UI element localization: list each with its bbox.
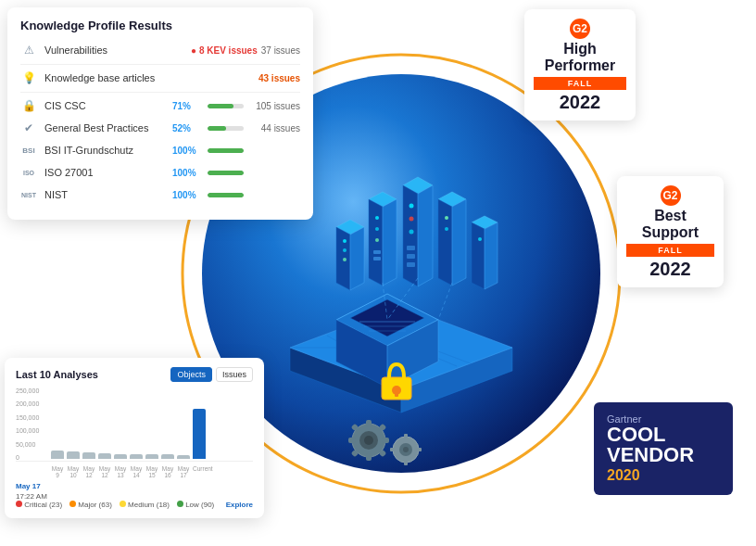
gbp-count: 44 issues [249,123,300,133]
bar-5 [114,454,127,459]
svg-rect-67 [390,448,396,451]
bsi-icon: BSI [20,142,37,159]
iso-bar-fill [208,171,244,175]
svg-rect-56 [348,438,356,443]
x-may14: May 14 [130,465,143,478]
gbp-pct: 52% [172,123,202,133]
svg-line-71 [438,283,452,320]
kpr-row-gbp: ✔ General Best Practices 52% 44 issues [20,120,300,136]
svg-point-40 [478,237,482,241]
bsi-label: BSI IT-Grundschutz [44,145,172,156]
svg-point-19 [375,227,379,231]
nist-bar-bg [208,193,244,197]
svg-rect-55 [366,453,372,461]
svg-point-12 [343,239,346,243]
kpr-row-kb: 💡 Knowledge base articles 43 issues [20,70,300,86]
chart-legend: Critical (23) Major (63) Medium (18) Low… [16,501,253,509]
analysis-time: 17:22 AM [16,492,253,501]
x-may10: May 10 [67,465,80,478]
chart-y-labels: 250,000 200,000 150,000 100,000 50,000 0 [16,387,39,461]
iso-icon: ISO [20,164,37,181]
cis-bar-section: 71% 105 issues [172,101,300,111]
x-may17: May 17 [177,465,190,478]
kpr-row-bsi: BSI BSI IT-Grundschutz 100% [20,142,300,159]
iso-bar-section: 100% [172,168,300,178]
x-may12a: May 12 [82,465,95,478]
gartner-vendor: VENDOR [607,445,720,465]
svg-point-64 [403,447,409,452]
svg-rect-65 [404,434,408,439]
cis-pct: 71% [172,101,202,111]
svg-rect-57 [382,438,389,443]
kpr-title: Knowledge Profile Results [20,19,300,32]
iso-label: ISO 27001 [44,167,172,178]
analysis-date: May 17 [16,482,253,490]
svg-point-20 [375,238,379,242]
chart-area: 250,000 200,000 150,000 100,000 50,000 0 [16,387,253,462]
bar-9 [177,455,190,459]
bar-7 [145,454,158,459]
svg-marker-38 [472,222,485,289]
nist-bar-fill [208,193,244,197]
gartner-cool: COOL [607,425,720,445]
y-label-150k: 150,000 [16,414,39,421]
kpr-row-nist: NIST NIST 100% [20,186,300,203]
g2-best-support-badge: G2 BestSupport FALL 2022 [617,176,724,287]
chart-x-labels: May 9 May 10 May 12 May 12 May 13 May 14… [16,465,253,478]
knowledge-profile-card: Knowledge Profile Results ⚠ Vulnerabilit… [7,7,313,220]
vulnerabilities-label: Vulnerabilities [44,44,191,56]
svg-rect-68 [416,448,422,451]
svg-rect-66 [404,460,408,465]
iso-bar-bg [208,171,244,175]
vulnerabilities-icon: ⚠ [20,42,37,58]
cis-icon: 🔒 [20,97,37,114]
y-label-250k: 250,000 [16,387,39,394]
chart-bars [16,387,253,459]
gartner-badge: Gartner COOL VENDOR 2020 [594,402,733,495]
g2-high-fall: FALL [534,77,626,90]
svg-point-28 [410,229,414,234]
tab-issues[interactable]: Issues [216,367,253,382]
x-current: Current [193,465,206,478]
bsi-bar-fill [208,148,244,153]
kb-issues: 43 issues [258,73,300,83]
svg-point-27 [410,216,414,221]
g2-support-text: BestSupport [626,208,714,240]
legend-critical: Critical (23) [16,501,62,509]
bsi-pct: 100% [172,146,202,156]
svg-marker-24 [403,185,418,286]
nist-icon: NIST [20,186,37,203]
bar-3 [82,452,95,459]
major-dot [69,501,76,507]
svg-marker-16 [369,199,383,286]
svg-point-18 [375,216,379,220]
l10-tab-group: Objects Issues [170,367,253,382]
y-label-100k: 100,000 [16,427,39,434]
bar-2 [67,451,80,459]
svg-rect-54 [366,420,372,427]
bar-current [193,409,206,459]
x-may12b: May 12 [98,465,111,478]
low-dot [177,501,183,507]
g2-high-text: HighPerformer [534,41,626,73]
bar-1 [51,451,64,459]
cis-bar-fill [208,104,233,108]
gbp-label: General Best Practices [44,122,172,133]
legend-medium: Medium (18) [120,501,170,509]
svg-marker-33 [438,199,452,286]
explore-link[interactable]: Explore [226,501,253,509]
kpr-row-vulnerabilities: ⚠ Vulnerabilities ● 8 KEV issues 37 issu… [20,42,300,58]
cis-label: CIS CSC [44,100,172,111]
svg-point-36 [445,227,448,231]
svg-marker-34 [452,199,466,286]
kpr-row-iso: ISO ISO 27001 100% [20,164,300,181]
bar-8 [161,454,174,459]
svg-marker-11 [350,227,364,290]
bar-4 [98,453,111,459]
x-may16: May 16 [161,465,174,478]
svg-marker-17 [383,199,397,286]
kpr-row-cis: 🔒 CIS CSC 71% 105 issues [20,97,300,114]
svg-rect-50 [395,390,398,397]
tab-objects[interactable]: Objects [170,367,212,382]
svg-marker-25 [418,185,433,286]
